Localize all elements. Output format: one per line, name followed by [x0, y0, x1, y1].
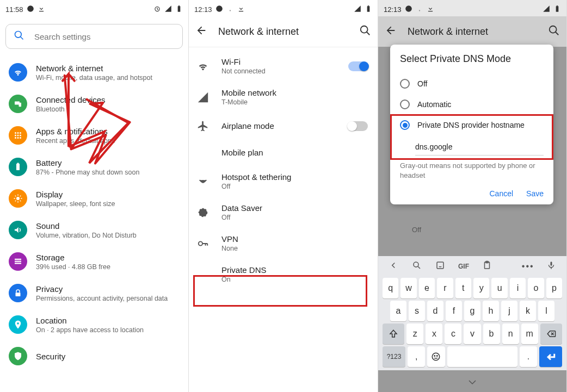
row-title: Storage: [36, 253, 110, 262]
svg-rect-33: [557, 5, 558, 6]
row-network-internet[interactable]: Network & internetWi-Fi, mobile, data us…: [0, 57, 188, 88]
row-title: VPN: [221, 234, 368, 244]
row-wifi[interactable]: Wi-FiNot connected: [189, 51, 378, 82]
key-period[interactable]: .: [520, 346, 537, 367]
key-x[interactable]: x: [426, 323, 442, 344]
key-w[interactable]: w: [400, 278, 416, 298]
svg-point-0: [27, 5, 34, 12]
radio-off[interactable]: Off: [400, 73, 544, 94]
svg-rect-2: [178, 6, 181, 11]
hide-keyboard-icon[interactable]: [467, 378, 477, 388]
row-mobile-plan[interactable]: Mobile plan: [189, 139, 378, 166]
key-f[interactable]: f: [446, 301, 462, 321]
key-b[interactable]: b: [483, 323, 500, 344]
key-p[interactable]: p: [546, 278, 562, 298]
back-button[interactable]: [195, 24, 207, 39]
key-j[interactable]: j: [501, 301, 517, 321]
radio-hostname[interactable]: Private DNS provider hostname: [400, 115, 544, 135]
svg-rect-36: [437, 262, 443, 269]
dns-hostname-input[interactable]: [415, 142, 544, 151]
devices-icon: [9, 95, 27, 113]
key-comma[interactable]: ,: [408, 346, 425, 367]
radio-automatic[interactable]: Automatic: [400, 94, 544, 115]
row-sound[interactable]: SoundVolume, vibration, Do Not Disturb: [0, 214, 188, 246]
app-bar: Network & internet: [378, 16, 566, 47]
svg-point-24: [216, 5, 223, 12]
search-button[interactable]: [548, 24, 560, 39]
key-i[interactable]: i: [510, 278, 526, 298]
key-e[interactable]: e: [419, 278, 435, 298]
cancel-button[interactable]: Cancel: [489, 189, 513, 198]
key-s[interactable]: s: [409, 301, 425, 321]
row-security[interactable]: Security: [0, 340, 188, 372]
row-privacy[interactable]: PrivacyPermissions, account activity, pe…: [0, 277, 188, 309]
vpn-icon: [196, 238, 209, 250]
sticker-icon[interactable]: [433, 260, 447, 272]
wifi-toggle[interactable]: [348, 61, 368, 71]
collapse-keyboard-button[interactable]: [386, 260, 400, 272]
more-icon[interactable]: •••: [521, 262, 535, 271]
key-shift[interactable]: [383, 323, 404, 344]
key-d[interactable]: d: [427, 301, 443, 321]
svg-point-7: [15, 132, 16, 134]
row-title: Airplane mode: [221, 119, 336, 133]
key-z[interactable]: z: [406, 323, 423, 344]
battery-icon: [553, 5, 561, 14]
svg-point-41: [434, 356, 435, 357]
save-button[interactable]: Save: [526, 189, 544, 198]
row-storage[interactable]: Storage39% used · 4.88 GB free: [0, 246, 188, 277]
key-a[interactable]: a: [390, 301, 406, 321]
key-n[interactable]: n: [502, 323, 519, 344]
app-bar: Network & internet: [189, 16, 378, 47]
behind-sub: Off: [412, 226, 421, 234]
key-o[interactable]: o: [528, 278, 544, 298]
row-location[interactable]: LocationOn · 2 apps have access to locat…: [0, 309, 188, 340]
page-title: Network & internet: [218, 26, 348, 38]
row-connected-devices[interactable]: Connected devicesBluetooth: [0, 88, 188, 120]
row-mobile-network[interactable]: Mobile networkT-Mobile: [189, 82, 378, 113]
search-settings[interactable]: [5, 24, 183, 49]
key-q[interactable]: q: [383, 278, 398, 298]
row-hotspot[interactable]: Hotspot & tetheringOff: [189, 166, 378, 197]
key-u[interactable]: u: [491, 278, 507, 298]
clipboard-icon[interactable]: [480, 260, 495, 272]
back-button[interactable]: [385, 24, 397, 39]
key-space[interactable]: [447, 346, 517, 367]
search-icon: [14, 30, 24, 43]
mic-icon[interactable]: [544, 260, 559, 272]
airplane-toggle[interactable]: [348, 121, 368, 131]
search-button[interactable]: [359, 24, 371, 39]
row-vpn[interactable]: VPNNone: [189, 228, 378, 259]
key-v[interactable]: v: [464, 323, 480, 344]
dns-hostname-field[interactable]: [415, 139, 544, 155]
key-r[interactable]: r: [437, 278, 453, 298]
search-input[interactable]: [34, 32, 175, 41]
row-private-dns[interactable]: Private DNSOn: [189, 259, 378, 290]
row-display[interactable]: DisplayWallpaper, sleep, font size: [0, 183, 188, 214]
keyboard-search-icon[interactable]: [409, 260, 424, 272]
key-symbols[interactable]: ?123: [383, 346, 405, 367]
key-g[interactable]: g: [464, 301, 480, 321]
key-backspace[interactable]: [540, 323, 562, 344]
key-h[interactable]: h: [483, 301, 499, 321]
soft-keyboard: GIF ••• q w e r t y u i o p a s d: [378, 256, 566, 370]
key-t[interactable]: t: [455, 278, 471, 298]
key-k[interactable]: k: [520, 301, 536, 321]
svg-point-27: [361, 26, 368, 33]
airplane-icon: [196, 120, 209, 132]
row-sub: Wi-Fi, mobile, data usage, and hotspot: [36, 74, 152, 82]
row-title: Location: [36, 316, 144, 325]
row-battery[interactable]: Battery87% - Phone may shut down soon: [0, 151, 188, 183]
key-l[interactable]: l: [538, 301, 554, 321]
key-y[interactable]: y: [473, 278, 489, 298]
row-airplane-mode[interactable]: Airplane mode: [189, 113, 378, 139]
key-m[interactable]: m: [521, 323, 538, 344]
key-emoji[interactable]: [427, 346, 445, 367]
key-enter[interactable]: [539, 346, 562, 367]
row-data-saver[interactable]: Data SaverOff: [189, 197, 378, 228]
gif-button[interactable]: GIF: [456, 263, 471, 270]
row-apps-notifications[interactable]: Apps & notificationsRecent apps, default…: [0, 120, 188, 151]
key-c[interactable]: c: [445, 323, 461, 344]
svg-rect-25: [367, 6, 370, 11]
signal-icon: [543, 5, 550, 14]
